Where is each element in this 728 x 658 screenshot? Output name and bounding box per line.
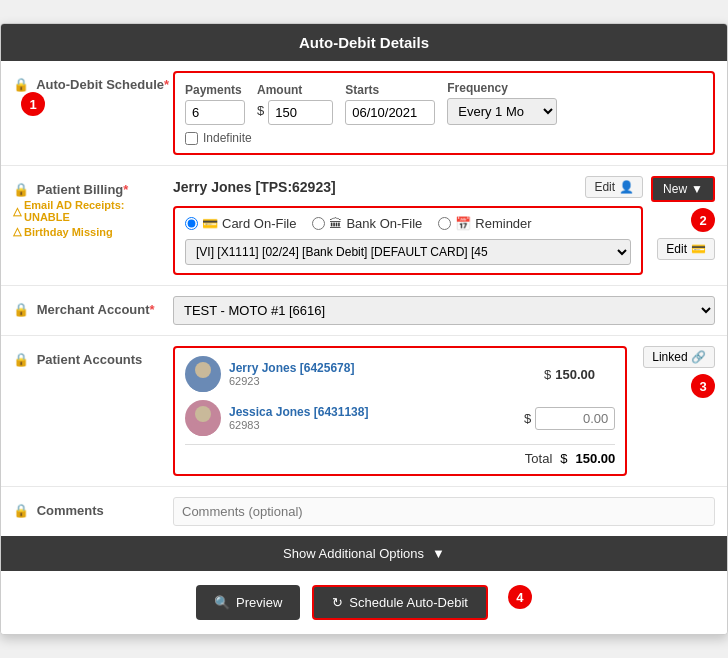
- right-side-buttons: New ▼ 2 Edit 💳: [651, 176, 715, 260]
- radio-row: 💳 Card On-File 🏛 Bank On-File: [185, 216, 631, 231]
- svg-point-2: [195, 406, 211, 422]
- patient-billing-label: Patient Billing: [37, 182, 124, 197]
- badge-3: 3: [691, 374, 715, 398]
- patient-name: Jerry Jones [TPS:62923]: [173, 179, 336, 195]
- new-label: New: [663, 182, 687, 196]
- preview-button[interactable]: 🔍 Preview: [196, 585, 300, 620]
- radio-card[interactable]: [185, 217, 198, 230]
- frequency-group: Frequency Every 1 Mo Every 2 Mo Every 3 …: [447, 81, 557, 125]
- comments-lock-icon: 🔒: [13, 503, 29, 518]
- indefinite-checkbox[interactable]: [185, 132, 198, 145]
- link-icon: 🔗: [691, 350, 706, 364]
- jerry-amount: 150.00: [555, 367, 615, 382]
- new-button[interactable]: New ▼: [651, 176, 715, 202]
- radio-bank[interactable]: [312, 217, 325, 230]
- radio-bank-text: Bank On-File: [346, 216, 422, 231]
- svg-point-1: [189, 378, 217, 392]
- radio-reminder-label[interactable]: 📅 Reminder: [438, 216, 531, 231]
- merchant-label: Merchant Account: [37, 302, 150, 317]
- indefinite-row: Indefinite: [185, 131, 703, 145]
- comments-label: Comments: [37, 503, 104, 518]
- schedule-button[interactable]: ↻ Schedule Auto-Debit: [312, 585, 488, 620]
- bank-icon: 🏛: [329, 216, 342, 231]
- jerry-name: Jerry Jones [6425678]: [229, 361, 536, 375]
- merchant-content: TEST - MOTO #1 [6616]: [173, 296, 715, 325]
- sync-icon: ↻: [332, 595, 343, 610]
- dollar-sign-1: $: [544, 367, 551, 382]
- edit-label: Edit: [594, 180, 615, 194]
- merchant-select[interactable]: TEST - MOTO #1 [6616]: [173, 296, 715, 325]
- edit-patient-button[interactable]: Edit 👤: [585, 176, 643, 198]
- auto-debit-modal: Auto-Debit Details 🔒 Auto-Debit Schedule…: [0, 23, 728, 635]
- comments-label-col: 🔒 Comments: [13, 497, 173, 518]
- dropdown-arrow-icon: ▼: [432, 546, 445, 561]
- warning1: △ Email AD Receipts: UNABLE: [13, 199, 173, 223]
- preview-label: Preview: [236, 595, 282, 610]
- warning-text-2: Birthday Missing: [24, 226, 113, 238]
- jerry-id: 62923: [229, 375, 536, 387]
- patient-accounts-content: Jerry Jones [6425678] 62923 $ 150.00: [173, 346, 715, 476]
- merchant-row: 🔒 Merchant Account* TEST - MOTO #1 [6616…: [1, 286, 727, 336]
- lock-icon: 🔒: [13, 77, 29, 92]
- modal-title: Auto-Debit Details: [299, 34, 429, 51]
- form-body: 🔒 Auto-Debit Schedule* 1 Payments Amount: [1, 61, 727, 536]
- patient-billing-content: Jerry Jones [TPS:62923] Edit 👤 💳: [173, 176, 715, 275]
- calendar-icon: 📅: [455, 216, 471, 231]
- comments-row: 🔒 Comments: [1, 487, 727, 536]
- schedule-fields: Payments Amount $: [185, 81, 703, 125]
- badge-2: 2: [691, 208, 715, 232]
- indefinite-label: Indefinite: [203, 131, 252, 145]
- comments-input[interactable]: [173, 497, 715, 526]
- bottom-buttons: 🔍 Preview ↻ Schedule Auto-Debit 4: [1, 571, 727, 634]
- card-select[interactable]: [VI] [X1111] [02/24] [Bank Debit] [DEFAU…: [185, 239, 631, 265]
- person-icon: 👤: [619, 180, 634, 194]
- starts-label: Starts: [345, 83, 435, 97]
- svg-point-3: [189, 422, 217, 436]
- frequency-label: Frequency: [447, 81, 557, 95]
- total-row: Total $ 150.00: [185, 444, 615, 466]
- payments-group: Payments: [185, 83, 245, 125]
- accounts-lock-icon: 🔒: [13, 352, 29, 367]
- radio-bank-label[interactable]: 🏛 Bank On-File: [312, 216, 422, 231]
- svg-point-0: [195, 362, 211, 378]
- schedule-label: Schedule Auto-Debit: [349, 595, 468, 610]
- merchant-label-col: 🔒 Merchant Account*: [13, 296, 173, 317]
- jessica-name: Jessica Jones [6431138]: [229, 405, 516, 419]
- credit-card-icon: 💳: [202, 216, 218, 231]
- billing-main: Jerry Jones [TPS:62923] Edit 👤 💳: [173, 176, 643, 275]
- schedule-label: Auto-Debit Schedule: [36, 77, 164, 92]
- payments-input[interactable]: [185, 100, 245, 125]
- linked-button[interactable]: Linked 🔗: [643, 346, 715, 368]
- amount-input[interactable]: [268, 100, 333, 125]
- jessica-amount-input[interactable]: [535, 407, 615, 430]
- edit-card-button[interactable]: Edit 💳: [657, 238, 715, 260]
- patient-billing-row: 🔒 Patient Billing* △ Email AD Receipts: …: [1, 166, 727, 286]
- additional-options-bar[interactable]: Show Additional Options ▼: [1, 536, 727, 571]
- schedule-box: Payments Amount $: [173, 71, 715, 155]
- edit-card-label: Edit: [666, 242, 687, 256]
- schedule-content: Payments Amount $: [173, 71, 715, 155]
- total-label: Total: [525, 451, 552, 466]
- billing-lock-icon: 🔒: [13, 182, 29, 197]
- search-icon: 🔍: [214, 595, 230, 610]
- patient-accounts-label: Patient Accounts: [37, 352, 143, 367]
- starts-input[interactable]: [345, 100, 435, 125]
- avatar-jessica: [185, 400, 221, 436]
- account-info-jerry: Jerry Jones [6425678] 62923: [229, 361, 536, 387]
- patient-accounts-label-col: 🔒 Patient Accounts: [13, 346, 173, 367]
- jessica-amount-wrap: $: [524, 407, 615, 430]
- radio-reminder[interactable]: [438, 217, 451, 230]
- amount-group: Amount $: [257, 83, 333, 125]
- radio-card-label[interactable]: 💳 Card On-File: [185, 216, 296, 231]
- frequency-select[interactable]: Every 1 Mo Every 2 Mo Every 3 Mo Every 6…: [447, 98, 557, 125]
- warning2: △ Birthday Missing: [13, 225, 173, 238]
- accounts-right: Linked 🔗 3: [635, 346, 715, 398]
- amount-label: Amount: [257, 83, 333, 97]
- modal-header: Auto-Debit Details: [1, 24, 727, 61]
- avatar-jerry: [185, 356, 221, 392]
- additional-options-label: Show Additional Options: [283, 546, 424, 561]
- card-icon: 💳: [691, 242, 706, 256]
- badge-1: 1: [21, 92, 45, 116]
- payments-label: Payments: [185, 83, 245, 97]
- radio-card-text: Card On-File: [222, 216, 296, 231]
